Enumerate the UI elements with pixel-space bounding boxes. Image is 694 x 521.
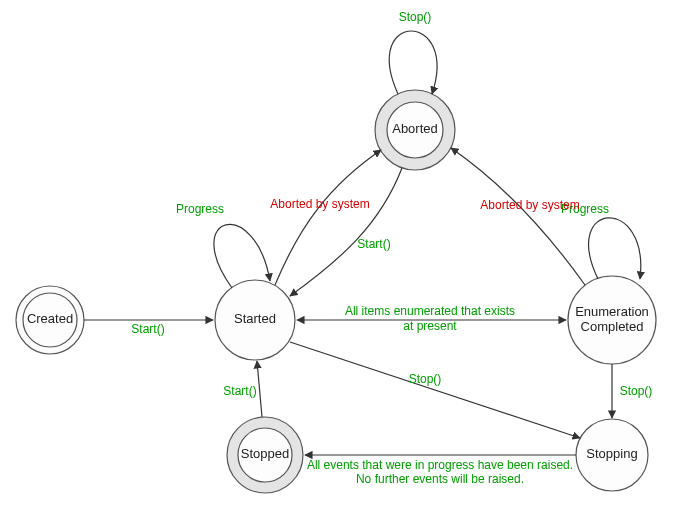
state-label-stopped: Stopped — [241, 446, 289, 461]
edge-label-started-stopping: Stop() — [409, 372, 442, 386]
state-aborted: Aborted — [375, 90, 455, 170]
edge-started-stopping — [290, 342, 580, 438]
edge-started-self — [214, 224, 270, 288]
state-label-enum-l1: Enumeration — [575, 304, 649, 319]
edge-label-started-self: Progress — [176, 202, 224, 216]
edge-label-stopping-stopped-l1: All events that were in progress have be… — [307, 458, 573, 472]
edge-label-started-enum-l2: at present — [403, 319, 457, 333]
edge-label-enum-stopping: Stop() — [620, 384, 653, 398]
edge-enum-aborted — [451, 148, 585, 285]
edge-aborted-started — [290, 168, 402, 296]
edge-label-started-aborted: Aborted by system — [270, 197, 369, 211]
edge-label-started-enum-l1: All items enumerated that exists — [345, 304, 515, 318]
state-created: Created — [16, 286, 84, 354]
state-started: Started — [215, 280, 295, 360]
edge-enum-self — [589, 218, 641, 279]
edge-stopped-started — [257, 361, 262, 417]
state-label-enum-l2: Completed — [581, 319, 644, 334]
state-label-created: Created — [27, 311, 73, 326]
state-stopped: Stopped — [227, 417, 303, 493]
state-enum-completed: Enumeration Completed — [568, 276, 656, 364]
state-label-started: Started — [234, 311, 276, 326]
state-label-stopping: Stopping — [586, 446, 637, 461]
state-stopping: Stopping — [576, 419, 648, 491]
edge-label-enum-aborted: Aborted by system — [480, 198, 579, 212]
state-diagram: Created Started Aborted Enumeration Comp… — [0, 0, 694, 521]
state-label-aborted: Aborted — [392, 121, 438, 136]
edge-label-aborted-started: Start() — [357, 237, 390, 251]
edge-started-aborted — [275, 150, 381, 285]
edge-label-created-started: Start() — [131, 322, 164, 336]
edge-label-stopping-stopped-l2: No further events will be raised. — [356, 472, 524, 486]
edge-label-aborted-self: Stop() — [399, 10, 432, 24]
edge-label-stopped-started: Start() — [223, 384, 256, 398]
edge-aborted-self — [389, 31, 437, 94]
